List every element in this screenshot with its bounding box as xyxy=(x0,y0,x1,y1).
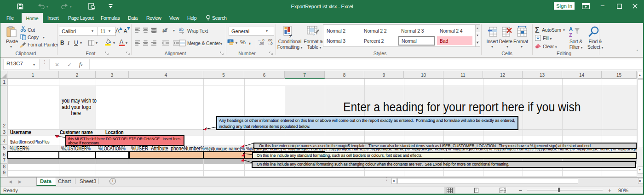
svg-text:A: A xyxy=(569,26,573,32)
svg-text:ab: ab xyxy=(162,28,167,33)
svg-text:Z: Z xyxy=(569,32,572,38)
svg-text:≠: ≠ xyxy=(289,33,292,39)
svg-text:ab: ab xyxy=(179,27,184,32)
